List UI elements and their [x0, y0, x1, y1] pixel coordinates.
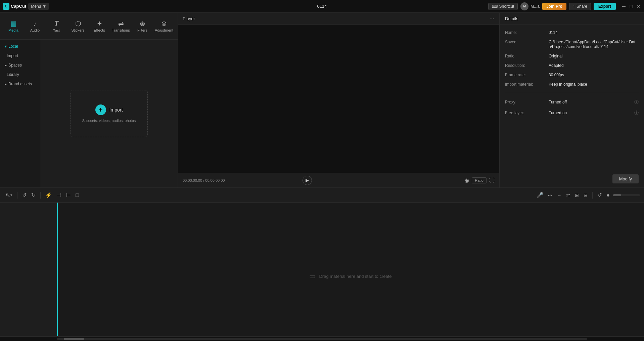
player-panel: Player ⋯ 00:00:00:00 / 00:00:00:00 ▶ ◉ R… — [178, 13, 500, 187]
sidebar-item-local[interactable]: ▾ Local — [2, 42, 38, 50]
trim-end-button[interactable]: ⊢ — [65, 190, 72, 200]
sidebar-item-import[interactable]: Import — [2, 52, 38, 60]
link2-button[interactable]: ↔ — [555, 191, 563, 199]
toolbar-item-text[interactable]: T Text — [46, 17, 67, 35]
app-name: CapCut — [11, 4, 26, 9]
mic-button[interactable]: 🎤 — [535, 190, 545, 200]
timeline-toolbar: ↖ ▾ ↺ ↻ ⚡ ⊣ ⊢ □ — [0, 188, 644, 203]
effects-icon: ✦ — [97, 20, 102, 27]
player-right-controls: ◉ Ratio ⛶ — [464, 177, 495, 183]
toolbar-item-effects[interactable]: ✦ Effects — [89, 17, 110, 35]
play-button[interactable]: ▶ — [303, 176, 312, 185]
align-button[interactable]: ⊞ — [573, 191, 580, 199]
value-name: 0114 — [549, 30, 639, 35]
details-header: Details — [500, 13, 644, 25]
effects-label: Effects — [94, 28, 105, 32]
value-proxy: Turned off — [549, 100, 631, 104]
fullscreen-button[interactable]: ⛶ — [489, 177, 495, 183]
close-button[interactable]: ✕ — [636, 4, 641, 9]
sidebar: ▾ Local Import ▸ Spaces Library ▸ Brand … — [0, 40, 40, 187]
menu-button[interactable]: Menu ▼ — [28, 3, 49, 10]
trim-start-icon: ⊣ — [57, 192, 61, 198]
sidebar-item-library[interactable]: Library — [2, 71, 38, 79]
import-label: Import — [109, 107, 123, 113]
logo-icon: C — [3, 3, 9, 10]
titlebar: C CapCut Menu ▼ 0114 ⌨ Shortcut M M...a … — [0, 0, 644, 13]
detail-row-resolution: Resolution: Adapted — [505, 63, 639, 68]
audio-icon: ♪ — [33, 20, 37, 27]
freelayer-info-icon[interactable]: ⓘ — [634, 110, 639, 116]
sidebar-item-brand-assets[interactable]: ▸ Brand assets — [2, 80, 38, 88]
split-icon: ⚡ — [45, 192, 52, 198]
label-framerate: Frame rate: — [505, 73, 545, 77]
top-section: ▦ Media ♪ Audio T Text ⬡ Stickers ✦ Ef — [0, 13, 644, 187]
share-button[interactable]: ↑ Share — [569, 3, 591, 10]
frame-icon: ⊟ — [584, 193, 588, 198]
value-resolution: Adapted — [549, 63, 639, 68]
detail-row-name: Name: 0114 — [505, 30, 639, 35]
timeline-drag-area[interactable]: ▭ Drag material here and start to create — [57, 203, 644, 336]
toolbar-item-media[interactable]: ▦ Media — [3, 17, 24, 35]
select-tool-button[interactable]: ↖ ▾ — [4, 190, 14, 200]
minimize-button[interactable]: ─ — [621, 4, 627, 9]
import-dropzone[interactable]: + Import Supports: videos, audios, photo… — [71, 90, 148, 137]
toolbar-item-filters[interactable]: ⊛ Filters — [132, 17, 153, 35]
zoom-undo-button[interactable]: ↺ — [596, 190, 603, 200]
modify-button[interactable]: Modify — [612, 174, 639, 183]
toolbar-item-stickers[interactable]: ⬡ Stickers — [67, 17, 89, 35]
toolbar-item-transitions[interactable]: ⇌ Transitions — [110, 17, 132, 35]
player-header: Player ⋯ — [178, 13, 499, 25]
link3-button[interactable]: ⇄ — [565, 191, 571, 199]
stickers-label: Stickers — [71, 28, 84, 32]
separator-right — [592, 192, 593, 199]
modify-btn-area: Modify — [500, 170, 644, 187]
value-ratio: Original — [549, 54, 639, 58]
zoom-slider-thumb — [613, 194, 621, 196]
link1-button[interactable]: ⇔ — [547, 191, 553, 199]
timeline-scrollbar[interactable] — [0, 336, 644, 341]
dot-button[interactable]: ● — [605, 191, 611, 200]
playhead — [57, 203, 58, 336]
audio-label: Audio — [30, 28, 40, 32]
align-icon: ⊞ — [575, 193, 579, 198]
delete-button[interactable]: □ — [74, 191, 80, 200]
trim-end-icon: ⊢ — [66, 192, 71, 198]
value-freelayer: Turned on — [549, 111, 631, 115]
delete-icon: □ — [76, 192, 79, 198]
frame-button[interactable]: ⊟ — [582, 191, 589, 199]
zoom-slider[interactable] — [613, 194, 640, 196]
sidebar-item-spaces[interactable]: ▸ Spaces — [2, 61, 38, 69]
undo-button[interactable]: ↺ — [21, 190, 28, 200]
details-panel: Details Name: 0114 Saved: C:/Users/Ciana… — [500, 13, 644, 187]
drag-text: Drag material here and start to create — [319, 274, 392, 279]
screenshot-button[interactable]: ◉ — [464, 177, 469, 183]
split-button[interactable]: ⚡ — [44, 190, 53, 200]
redo-button[interactable]: ↻ — [30, 190, 37, 200]
export-button[interactable]: Export — [594, 3, 616, 10]
trim-start-button[interactable]: ⊣ — [55, 190, 63, 200]
detail-row-import-material: Import material: Keep in original place — [505, 82, 639, 87]
detail-row-saved: Saved: C:/Users/Ciana/AppData/Local/CapC… — [505, 40, 639, 49]
scroll-thumb[interactable] — [64, 338, 84, 340]
scroll-track[interactable] — [57, 338, 587, 340]
proxy-info-icon[interactable]: ⓘ — [634, 99, 639, 105]
link1-icon: ⇔ — [548, 193, 552, 198]
label-freelayer: Free layer: — [505, 111, 545, 115]
join-pro-button[interactable]: Join Pro — [542, 3, 566, 10]
maximize-button[interactable]: □ — [629, 4, 634, 9]
detail-row-freelayer: Free layer: Turned on ⓘ — [505, 110, 639, 116]
undo-icon: ↺ — [22, 192, 27, 198]
ratio-button[interactable]: Ratio — [472, 177, 487, 183]
player-menu-button[interactable]: ⋯ — [489, 15, 495, 22]
shortcut-button[interactable]: ⌨ Shortcut — [488, 3, 518, 10]
link3-icon: ⇄ — [566, 193, 570, 198]
details-title: Details — [505, 16, 518, 21]
timeline-section: ↖ ▾ ↺ ↻ ⚡ ⊣ ⊢ □ — [0, 187, 644, 341]
left-content: ▾ Local Import ▸ Spaces Library ▸ Brand … — [0, 40, 178, 187]
media-area: + Import Supports: videos, audios, photo… — [40, 40, 178, 187]
user-area: M M...a — [520, 2, 540, 10]
toolbar-item-adjustment[interactable]: ⊜ Adjustment — [153, 17, 175, 35]
app-logo: C CapCut — [3, 3, 26, 10]
toolbar-item-audio[interactable]: ♪ Audio — [24, 17, 46, 35]
separator-1 — [17, 192, 17, 199]
